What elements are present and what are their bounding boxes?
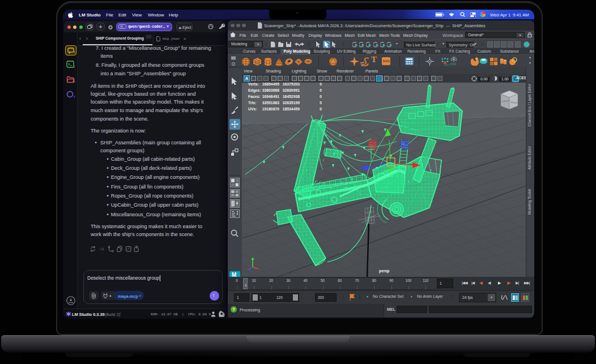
svg-text:0,0,0: 0,0,0 xyxy=(445,63,449,66)
svg-text:16854495: 16854495 xyxy=(262,83,279,86)
svg-text:Verts:: Verts: xyxy=(248,83,259,86)
svg-text:32830991: 32830991 xyxy=(283,88,300,92)
svg-text:0.0.0: 0.0.0 xyxy=(450,63,457,66)
svg-text:18534459: 18534459 xyxy=(283,107,300,111)
svg-text:0: 0 xyxy=(320,88,322,92)
svg-text:0: 0 xyxy=(320,101,322,105)
svg-text:16375203: 16375203 xyxy=(283,83,300,86)
svg-text:Faces:: Faces: xyxy=(248,95,261,99)
svg-text:33803668: 33803668 xyxy=(262,88,279,92)
svg-text:16946491: 16946491 xyxy=(262,95,279,99)
svg-text:33591863: 33591863 xyxy=(262,101,279,105)
svg-text:persp: persp xyxy=(379,269,390,273)
svg-text:0: 0 xyxy=(320,107,322,111)
svg-text:Edges:: Edges: xyxy=(248,88,261,93)
svg-text:Tris:: Tris: xyxy=(248,101,256,105)
svg-text:19180870: 19180870 xyxy=(262,107,279,111)
svg-text:UVs:: UVs: xyxy=(248,107,257,111)
svg-text:16452938: 16452938 xyxy=(283,95,300,99)
svg-text:32635199: 32635199 xyxy=(283,101,300,105)
svg-text:0: 0 xyxy=(320,83,322,86)
svg-text:0: 0 xyxy=(320,95,322,99)
